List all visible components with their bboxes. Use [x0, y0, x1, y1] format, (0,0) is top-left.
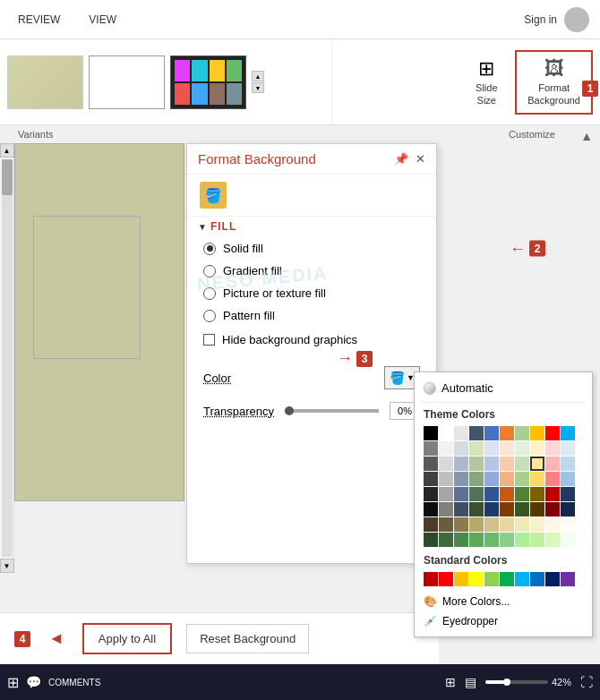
theme-color-cell[interactable] — [545, 487, 560, 501]
theme-color-cell[interactable] — [545, 502, 560, 516]
standard-color-cell[interactable] — [500, 572, 514, 586]
theme-color-cell[interactable] — [424, 517, 438, 532]
theme-color-cell[interactable] — [561, 502, 575, 516]
hide-bg-row[interactable]: Hide background graphics — [187, 328, 436, 352]
theme-color-cell[interactable] — [439, 517, 453, 532]
theme-color-cell[interactable] — [484, 517, 499, 532]
theme-color-cell[interactable] — [454, 487, 468, 501]
theme-color-cell[interactable] — [439, 533, 453, 547]
theme-color-cell[interactable] — [530, 533, 544, 547]
theme-color-cell[interactable] — [469, 457, 484, 471]
sign-in-text[interactable]: Sign in — [524, 13, 557, 26]
theme-color-cell[interactable] — [500, 533, 514, 547]
reset-background-button[interactable]: Reset Background — [186, 624, 309, 653]
picture-fill-radio[interactable] — [203, 287, 216, 300]
theme-color-cell[interactable] — [500, 502, 514, 516]
collapse-button[interactable]: ▲ — [580, 129, 593, 143]
standard-color-cell[interactable] — [484, 572, 499, 586]
theme-color-cell[interactable] — [530, 441, 544, 456]
theme-color-cell[interactable] — [545, 472, 560, 486]
format-background-button[interactable]: 🖼 Format Background — [515, 50, 593, 115]
theme-color-cell[interactable] — [500, 457, 514, 471]
theme-color-cell[interactable] — [484, 533, 499, 547]
theme-color-cell[interactable] — [424, 457, 438, 471]
standard-color-cell[interactable] — [424, 572, 438, 586]
theme-color-cell[interactable] — [545, 441, 560, 456]
theme-color-cell[interactable] — [439, 487, 453, 501]
theme-color-cell[interactable] — [469, 502, 484, 516]
theme-color-cell[interactable] — [561, 487, 575, 501]
scroll-up-btn[interactable]: ▲ — [252, 71, 264, 81]
transparency-thumb[interactable] — [285, 406, 294, 415]
theme-color-cell[interactable] — [469, 426, 484, 440]
theme-color-cell[interactable] — [545, 457, 560, 471]
standard-color-cell[interactable] — [515, 572, 529, 586]
fit-icon[interactable]: ⛶ — [580, 675, 593, 689]
theme-color-cell[interactable] — [561, 472, 575, 486]
theme-color-cell[interactable] — [469, 533, 484, 547]
hide-bg-checkbox[interactable] — [203, 334, 215, 346]
theme-color-cell[interactable] — [545, 533, 560, 547]
theme-color-cell[interactable] — [515, 533, 529, 547]
theme-color-cell[interactable] — [424, 426, 438, 440]
theme-color-cell[interactable] — [439, 457, 453, 471]
tab-review[interactable]: REVIEW — [11, 10, 67, 30]
theme-color-cell[interactable] — [424, 472, 438, 486]
close-icon[interactable]: ✕ — [416, 152, 425, 166]
tab-view[interactable]: VIEW — [81, 10, 124, 30]
theme-color-cell[interactable] — [561, 426, 575, 440]
theme-color-cell[interactable] — [530, 426, 544, 440]
pattern-fill-option[interactable]: Pattern fill — [203, 309, 420, 322]
scroll-top-btn[interactable]: ▲ — [0, 143, 14, 158]
thumbnail-scroll[interactable]: ▲ ▼ — [252, 71, 264, 93]
theme-color-cell[interactable] — [454, 426, 468, 440]
theme-color-cell[interactable] — [561, 441, 575, 456]
theme-color-cell[interactable] — [545, 517, 560, 532]
layout-icon[interactable]: ⊞ — [445, 675, 456, 689]
theme-color-cell[interactable] — [454, 472, 468, 486]
pattern-fill-radio[interactable] — [203, 310, 216, 322]
standard-color-cell[interactable] — [545, 572, 560, 586]
theme-color-cell[interactable] — [469, 517, 484, 532]
more-colors-row[interactable]: 🎨 More Colors... — [424, 593, 583, 610]
theme-color-cell[interactable] — [454, 457, 468, 471]
gradient-fill-option[interactable]: Gradient fill — [203, 264, 420, 277]
theme-color-cell[interactable] — [424, 502, 438, 516]
theme-color-cell[interactable] — [530, 472, 544, 486]
theme-color-cell[interactable] — [515, 441, 529, 456]
theme-color-cell[interactable] — [484, 426, 499, 440]
theme-color-cell[interactable] — [424, 441, 438, 456]
thumbnail-3[interactable] — [170, 55, 246, 109]
theme-color-cell[interactable] — [530, 457, 544, 471]
standard-color-cell[interactable] — [469, 572, 484, 586]
slide-size-button[interactable]: ⊞ Slide Size — [461, 50, 511, 115]
theme-color-cell[interactable] — [500, 426, 514, 440]
theme-color-cell[interactable] — [484, 502, 499, 516]
theme-color-cell[interactable] — [500, 472, 514, 486]
gradient-fill-radio[interactable] — [203, 265, 216, 277]
theme-color-cell[interactable] — [484, 441, 499, 456]
view-icon[interactable]: ▤ — [465, 675, 476, 689]
theme-color-cell[interactable] — [500, 517, 514, 532]
theme-color-cell[interactable] — [454, 441, 468, 456]
solid-fill-radio[interactable] — [203, 243, 216, 255]
zoom-slider-track[interactable] — [485, 680, 548, 684]
standard-color-cell[interactable] — [454, 572, 468, 586]
apply-to-all-button[interactable]: Apply to All — [82, 623, 172, 654]
theme-color-cell[interactable] — [439, 472, 453, 486]
zoom-slider-thumb[interactable] — [503, 679, 510, 686]
theme-color-cell[interactable] — [500, 487, 514, 501]
taskbar-icon-chat[interactable]: 💬 — [26, 675, 41, 689]
theme-color-cell[interactable] — [484, 487, 499, 501]
theme-color-cell[interactable] — [515, 502, 529, 516]
theme-color-cell[interactable] — [530, 502, 544, 516]
thumbnail-2[interactable] — [89, 55, 165, 109]
standard-color-cell[interactable] — [439, 572, 453, 586]
theme-color-cell[interactable] — [561, 457, 575, 471]
theme-color-cell[interactable] — [469, 441, 484, 456]
theme-color-cell[interactable] — [515, 487, 529, 501]
thumbnail-1[interactable] — [7, 55, 83, 109]
theme-color-cell[interactable] — [469, 472, 484, 486]
theme-color-cell[interactable] — [484, 457, 499, 471]
standard-color-cell[interactable] — [561, 572, 575, 586]
